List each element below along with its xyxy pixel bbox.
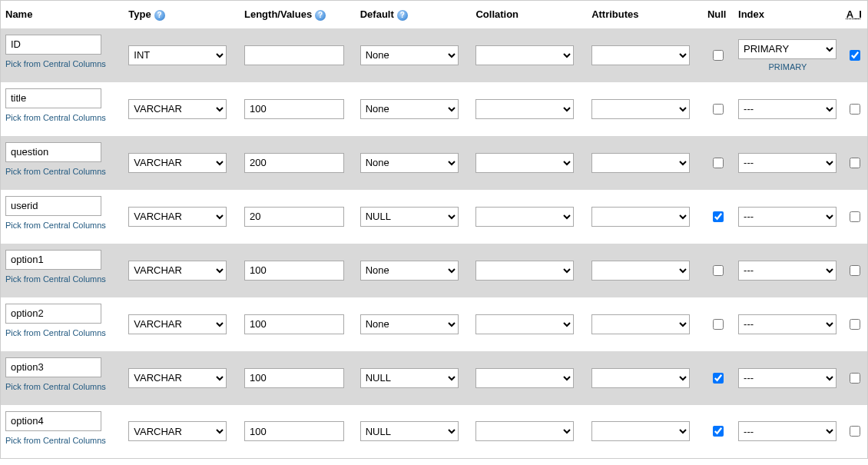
header-null: Null (703, 1, 734, 28)
auto-increment-checkbox[interactable] (850, 104, 860, 115)
length-input[interactable] (244, 153, 344, 173)
column-name-input[interactable] (5, 250, 101, 270)
attributes-select[interactable] (591, 421, 690, 441)
index-select[interactable]: ---PRIMARYUNIQUEINDEXFULLTEXTSPATIAL (738, 39, 837, 59)
pick-central-columns-link[interactable]: Pick from Central Columns (5, 328, 119, 337)
header-type: Type? (124, 1, 240, 28)
auto-increment-checkbox[interactable] (850, 50, 860, 61)
default-select[interactable]: NoneNULLCURRENT_TIMESTAMPAs defined: (360, 45, 459, 65)
header-default: Default? (356, 1, 472, 28)
help-icon[interactable]: ? (397, 10, 408, 21)
collation-select[interactable] (475, 368, 574, 388)
index-select[interactable]: ---PRIMARYUNIQUEINDEXFULLTEXTSPATIAL (738, 421, 837, 441)
index-select[interactable]: ---PRIMARYUNIQUEINDEXFULLTEXTSPATIAL (738, 261, 837, 281)
help-icon[interactable]: ? (154, 10, 165, 21)
null-checkbox[interactable] (713, 211, 724, 222)
attributes-select[interactable] (591, 207, 690, 227)
auto-increment-checkbox[interactable] (850, 265, 860, 276)
type-select[interactable]: INTVARCHARTEXTDATE (128, 99, 227, 119)
type-select[interactable]: INTVARCHARTEXTDATE (128, 421, 227, 441)
header-length: Length/Values? (240, 1, 356, 28)
help-icon[interactable]: ? (315, 10, 326, 21)
index-select[interactable]: ---PRIMARYUNIQUEINDEXFULLTEXTSPATIAL (738, 368, 837, 388)
index-select[interactable]: ---PRIMARYUNIQUEINDEXFULLTEXTSPATIAL (738, 314, 837, 334)
attributes-select[interactable] (591, 45, 690, 65)
type-select[interactable]: INTVARCHARTEXTDATE (128, 261, 227, 281)
attributes-select[interactable] (591, 153, 690, 173)
column-name-input[interactable] (5, 196, 101, 216)
type-select[interactable]: INTVARCHARTEXTDATE (128, 368, 227, 388)
default-select[interactable]: NoneNULLCURRENT_TIMESTAMPAs defined: (360, 207, 459, 227)
collation-select[interactable] (475, 153, 574, 173)
collation-select[interactable] (475, 207, 574, 227)
column-row: Pick from Central ColumnsINTVARCHARTEXTD… (1, 28, 868, 82)
length-input[interactable] (244, 421, 344, 441)
column-name-input[interactable] (5, 357, 101, 377)
attributes-select[interactable] (591, 314, 690, 334)
length-input[interactable] (244, 207, 344, 227)
collation-select[interactable] (475, 421, 574, 441)
collation-select[interactable] (475, 99, 574, 119)
column-row: Pick from Central ColumnsINTVARCHARTEXTD… (1, 82, 868, 136)
attributes-select[interactable] (591, 261, 690, 281)
header-ai: A_I (842, 1, 868, 28)
null-checkbox[interactable] (713, 104, 724, 115)
null-checkbox[interactable] (713, 50, 724, 61)
pick-central-columns-link[interactable]: Pick from Central Columns (5, 167, 119, 176)
collation-select[interactable] (475, 261, 574, 281)
length-input[interactable] (244, 368, 344, 388)
header-row: Name Type? Length/Values? Default? Colla… (1, 1, 868, 28)
auto-increment-checkbox[interactable] (850, 158, 860, 168)
column-row: Pick from Central ColumnsINTVARCHARTEXTD… (1, 297, 868, 351)
pick-central-columns-link[interactable]: Pick from Central Columns (5, 274, 119, 284)
header-name: Name (1, 1, 124, 28)
default-select[interactable]: NoneNULLCURRENT_TIMESTAMPAs defined: (360, 314, 459, 334)
auto-increment-checkbox[interactable] (850, 426, 860, 437)
length-input[interactable] (244, 314, 344, 334)
default-select[interactable]: NoneNULLCURRENT_TIMESTAMPAs defined: (360, 421, 459, 441)
pick-central-columns-link[interactable]: Pick from Central Columns (5, 436, 119, 445)
column-row: Pick from Central ColumnsINTVARCHARTEXTD… (1, 351, 868, 405)
index-sub-label: PRIMARY (738, 62, 837, 71)
column-name-input[interactable] (5, 142, 101, 162)
auto-increment-checkbox[interactable] (850, 211, 860, 222)
column-row: Pick from Central ColumnsINTVARCHARTEXTD… (1, 405, 868, 459)
pick-central-columns-link[interactable]: Pick from Central Columns (5, 113, 119, 122)
length-input[interactable] (244, 261, 344, 281)
attributes-select[interactable] (591, 99, 690, 119)
type-select[interactable]: INTVARCHARTEXTDATE (128, 153, 227, 173)
type-select[interactable]: INTVARCHARTEXTDATE (128, 207, 227, 227)
column-name-input[interactable] (5, 35, 101, 55)
pick-central-columns-link[interactable]: Pick from Central Columns (5, 59, 119, 68)
default-select[interactable]: NoneNULLCURRENT_TIMESTAMPAs defined: (360, 99, 459, 119)
column-row: Pick from Central ColumnsINTVARCHARTEXTD… (1, 136, 868, 190)
null-checkbox[interactable] (713, 158, 724, 168)
default-select[interactable]: NoneNULLCURRENT_TIMESTAMPAs defined: (360, 368, 459, 388)
pick-central-columns-link[interactable]: Pick from Central Columns (5, 221, 119, 230)
default-select[interactable]: NoneNULLCURRENT_TIMESTAMPAs defined: (360, 153, 459, 173)
type-select[interactable]: INTVARCHARTEXTDATE (128, 45, 227, 65)
type-select[interactable]: INTVARCHARTEXTDATE (128, 314, 227, 334)
collation-select[interactable] (475, 314, 574, 334)
index-select[interactable]: ---PRIMARYUNIQUEINDEXFULLTEXTSPATIAL (738, 99, 837, 119)
length-input[interactable] (244, 45, 344, 65)
null-checkbox[interactable] (713, 265, 724, 276)
null-checkbox[interactable] (713, 426, 724, 437)
null-checkbox[interactable] (713, 373, 724, 384)
collation-select[interactable] (475, 45, 574, 65)
index-select[interactable]: ---PRIMARYUNIQUEINDEXFULLTEXTSPATIAL (738, 207, 837, 227)
attributes-select[interactable] (591, 368, 690, 388)
header-index: Index (734, 1, 842, 28)
auto-increment-checkbox[interactable] (850, 319, 860, 330)
column-definition-table: Name Type? Length/Values? Default? Colla… (0, 0, 868, 459)
pick-central-columns-link[interactable]: Pick from Central Columns (5, 382, 119, 391)
column-name-input[interactable] (5, 304, 101, 324)
length-input[interactable] (244, 99, 344, 119)
default-select[interactable]: NoneNULLCURRENT_TIMESTAMPAs defined: (360, 261, 459, 281)
auto-increment-checkbox[interactable] (850, 373, 860, 384)
column-name-input[interactable] (5, 411, 101, 431)
index-select[interactable]: ---PRIMARYUNIQUEINDEXFULLTEXTSPATIAL (738, 153, 837, 173)
null-checkbox[interactable] (713, 319, 724, 330)
column-name-input[interactable] (5, 88, 101, 108)
column-row: Pick from Central ColumnsINTVARCHARTEXTD… (1, 244, 868, 297)
